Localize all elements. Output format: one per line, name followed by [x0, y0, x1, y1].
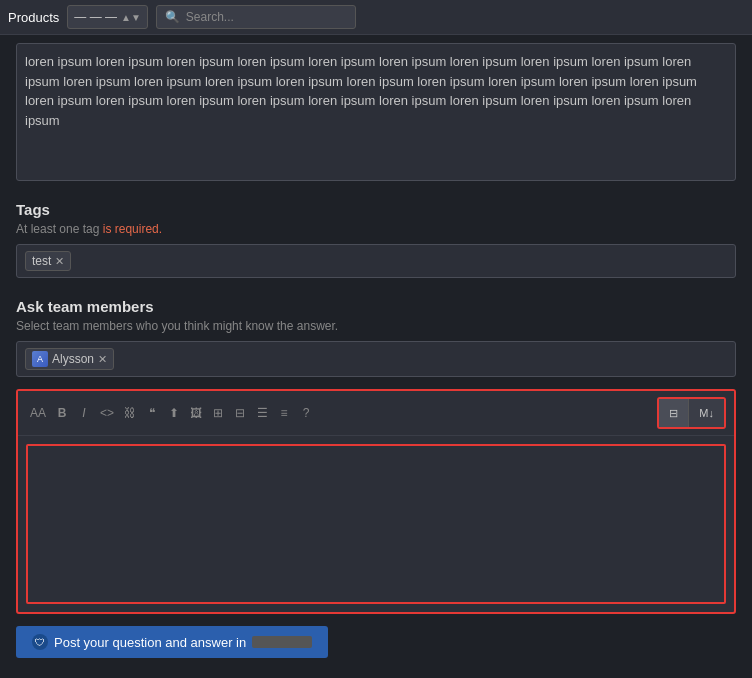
top-nav: Products — — — ▲▼ 🔍: [0, 0, 752, 35]
tags-hint-prefix: At least one tag: [16, 222, 99, 236]
toolbar-help-button[interactable]: ?: [296, 402, 316, 424]
search-box: 🔍: [156, 5, 356, 29]
member-badge: A Alysson ✕: [25, 348, 114, 370]
image-icon: 🖼: [190, 406, 202, 420]
wysiwyg-mode-button[interactable]: ⊟: [659, 399, 689, 427]
toolbar-indent-button[interactable]: ≡: [274, 402, 294, 424]
main-content: Tags At least one tag is required. test …: [0, 43, 752, 678]
post-btn-label: Post your question and answer in: [54, 635, 246, 650]
code-icon: <>: [100, 406, 114, 420]
toolbar-text-size-button[interactable]: AA: [26, 402, 50, 424]
toolbar-unordered-list-button[interactable]: ☰: [252, 402, 272, 424]
quote-icon: ❝: [149, 406, 155, 420]
chevron-down-icon: ▲▼: [121, 12, 141, 23]
post-btn-channel-obfuscated: [252, 636, 312, 648]
markdown-icon: M↓: [699, 407, 714, 419]
tag-badge: test ✕: [25, 251, 71, 271]
tags-hint-required: is required.: [103, 222, 162, 236]
help-icon: ?: [303, 406, 310, 420]
team-members-container[interactable]: A Alysson ✕: [16, 341, 736, 377]
member-label: Alysson: [52, 352, 94, 366]
unordered-list-icon: ☰: [257, 406, 268, 420]
post-btn-container: 🛡 Post your question and answer in: [16, 614, 736, 662]
description-textarea[interactable]: [25, 52, 727, 169]
tag-remove-button[interactable]: ✕: [55, 256, 64, 267]
tags-section-title: Tags: [16, 201, 736, 218]
team-hint: Select team members who you think might …: [16, 319, 736, 333]
team-section-title: Ask team members: [16, 298, 736, 315]
search-icon: 🔍: [165, 10, 180, 24]
toolbar-code-button[interactable]: <>: [96, 402, 118, 424]
tags-input-container[interactable]: test ✕: [16, 244, 736, 278]
link-icon: ⛓: [124, 406, 136, 420]
member-remove-button[interactable]: ✕: [98, 354, 107, 365]
upload-icon: ⬆: [169, 406, 179, 420]
tags-hint: At least one tag is required.: [16, 222, 736, 236]
toolbar-ordered-list-button[interactable]: ⊟: [230, 402, 250, 424]
toolbar-italic-button[interactable]: I: [74, 402, 94, 424]
search-input[interactable]: [186, 10, 347, 24]
table-icon: ⊞: [213, 406, 223, 420]
member-icon: A: [32, 351, 48, 367]
tag-label: test: [32, 254, 51, 268]
post-btn-icon: 🛡: [32, 634, 48, 650]
toolbar-mode-buttons: ⊟ M↓: [657, 397, 726, 429]
toolbar-link-button[interactable]: ⛓: [120, 402, 140, 424]
toolbar-image-button[interactable]: 🖼: [186, 402, 206, 424]
toolbar-quote-button[interactable]: ❝: [142, 402, 162, 424]
italic-icon: I: [82, 406, 85, 420]
toolbar-upload-button[interactable]: ⬆: [164, 402, 184, 424]
ordered-list-icon: ⊟: [235, 406, 245, 420]
markdown-mode-button[interactable]: M↓: [689, 399, 724, 427]
bold-icon: B: [58, 406, 67, 420]
toolbar-table-button[interactable]: ⊞: [208, 402, 228, 424]
nav-dropdown[interactable]: — — — ▲▼: [67, 5, 147, 29]
toolbar-bold-button[interactable]: B: [52, 402, 72, 424]
wysiwyg-icon: ⊟: [669, 407, 678, 420]
editor-body[interactable]: [26, 444, 726, 604]
description-area: [16, 43, 736, 181]
editor-container: AA B I <> ⛓ ❝ ⬆ 🖼 ⊞: [16, 389, 736, 614]
text-size-icon: AA: [30, 406, 46, 420]
nav-dropdown-value: — — —: [74, 10, 117, 24]
indent-icon: ≡: [281, 406, 288, 420]
post-question-button[interactable]: 🛡 Post your question and answer in: [16, 626, 328, 658]
editor-toolbar: AA B I <> ⛓ ❝ ⬆ 🖼 ⊞: [18, 391, 734, 436]
nav-title: Products: [8, 10, 59, 25]
